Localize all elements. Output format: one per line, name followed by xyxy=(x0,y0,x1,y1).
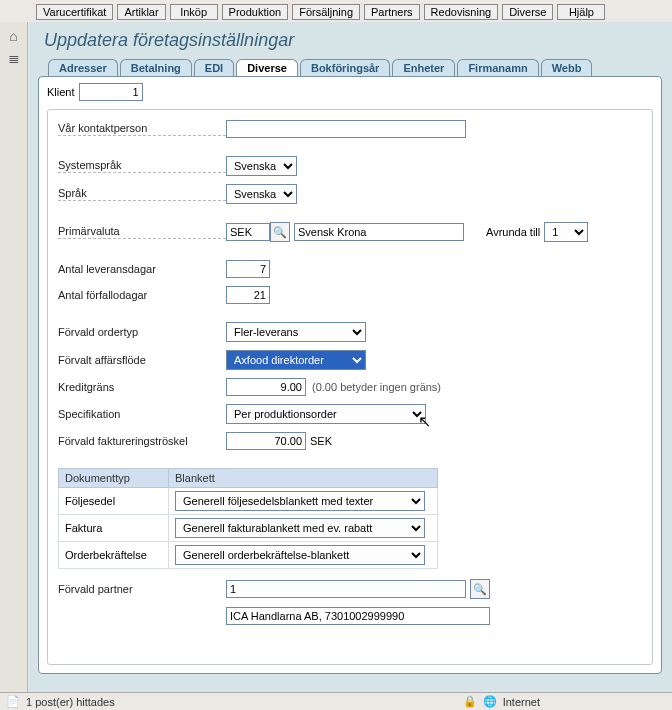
tab-strip: Adresser Betalning EDI Diverse Bokföring… xyxy=(48,59,662,76)
lines-icon[interactable]: ≣ xyxy=(0,50,27,66)
menu-redovisning[interactable]: Redovisning xyxy=(424,4,499,20)
search-partner-icon[interactable]: 🔍 xyxy=(470,579,490,599)
label-bizflow: Förvalt affärsflöde xyxy=(58,354,226,367)
doc-row-faktura: Faktura xyxy=(59,515,169,542)
select-lang[interactable]: Svenska xyxy=(226,184,297,204)
menu-hjalp[interactable]: Hjälp xyxy=(557,4,605,20)
menu-forsaljning[interactable]: Försäljning xyxy=(292,4,360,20)
label-curunit: SEK xyxy=(310,435,332,447)
label-roundto: Avrunda till xyxy=(486,226,540,238)
label-lang: Språk xyxy=(58,187,226,201)
label-creditlimit: Kreditgräns xyxy=(58,381,226,394)
globe-icon: 🌐 xyxy=(483,695,497,708)
page-title: Uppdatera företagsinställningar xyxy=(44,30,662,51)
tab-enheter[interactable]: Enheter xyxy=(392,59,455,76)
table-row: Följesedel Generell följesedelsblankett … xyxy=(59,488,438,515)
home-icon[interactable]: ⌂ xyxy=(0,28,27,44)
table-row: Faktura Generell fakturablankett med ev.… xyxy=(59,515,438,542)
lock-icon: 🔒 xyxy=(463,695,477,708)
klient-input[interactable] xyxy=(79,83,143,101)
menu-produktion[interactable]: Produktion xyxy=(222,4,289,20)
status-zone: Internet xyxy=(503,696,540,708)
tab-panel: Klient Vår kontaktperson Systemspråk Sve… xyxy=(38,76,662,674)
select-systemlang[interactable]: Svenska xyxy=(226,156,297,176)
label-primcur: Primärvaluta xyxy=(58,225,226,239)
form-box: Vår kontaktperson Systemspråk Svenska Sp… xyxy=(47,109,653,665)
label-defpartner: Förvald partner xyxy=(58,583,226,596)
table-row: Orderbekräftelse Generell orderbekräftel… xyxy=(59,542,438,569)
select-specification[interactable]: Per produktionsorder xyxy=(226,404,426,424)
page-body: Uppdatera företagsinställningar Adresser… xyxy=(28,22,672,692)
select-ordertype[interactable]: Fler-leverans xyxy=(226,322,366,342)
menu-partners[interactable]: Partners xyxy=(364,4,420,20)
left-toolbar: ⌂ ≣ xyxy=(0,22,28,692)
input-primcur-code[interactable] xyxy=(226,223,270,241)
menu-diverse[interactable]: Diverse xyxy=(502,4,553,20)
label-systemlang: Systemspråk xyxy=(58,159,226,173)
input-creditlimit[interactable] xyxy=(226,378,306,396)
label-contact: Vår kontaktperson xyxy=(58,122,226,136)
input-deliverydays[interactable] xyxy=(226,260,270,278)
tab-bokforingsar[interactable]: Bokföringsår xyxy=(300,59,390,76)
label-ordertype: Förvald ordertyp xyxy=(58,326,226,339)
top-menu: Varucertifikat Artiklar Inköp Produktion… xyxy=(0,0,672,23)
select-foljesedel[interactable]: Generell följesedelsblankett med texter xyxy=(175,491,425,511)
search-currency-icon[interactable]: 🔍 xyxy=(270,222,290,242)
select-faktura[interactable]: Generell fakturablankett med ev. rabatt xyxy=(175,518,425,538)
select-roundto[interactable]: 1 xyxy=(544,222,588,242)
tab-adresser[interactable]: Adresser xyxy=(48,59,118,76)
document-table: Dokumenttyp Blankett Följesedel Generell… xyxy=(58,468,438,569)
status-bar: 📄 1 post(er) hittades 🔒 🌐 Internet xyxy=(0,692,672,710)
klient-label: Klient xyxy=(47,86,75,98)
input-invthreshold[interactable] xyxy=(226,432,306,450)
input-contact[interactable] xyxy=(226,120,466,138)
input-defpartner-id[interactable] xyxy=(226,580,466,598)
label-specification: Specifikation xyxy=(58,408,226,421)
menu-inkop[interactable]: Inköp xyxy=(170,4,218,20)
spacer xyxy=(58,616,226,617)
tab-edi[interactable]: EDI xyxy=(194,59,234,76)
tab-webb[interactable]: Webb xyxy=(541,59,593,76)
select-orderbekraftelse[interactable]: Generell orderbekräftelse-blankett xyxy=(175,545,425,565)
label-duedays: Antal förfallodagar xyxy=(58,289,226,302)
select-bizflow[interactable]: Axfood direktorder xyxy=(226,350,366,370)
status-left: 1 post(er) hittades xyxy=(26,696,115,708)
doc-row-orderbekraftelse: Orderbekräftelse xyxy=(59,542,169,569)
menu-artiklar[interactable]: Artiklar xyxy=(117,4,165,20)
doc-row-foljesedel: Följesedel xyxy=(59,488,169,515)
menu-varucertifikat[interactable]: Varucertifikat xyxy=(36,4,113,20)
doc-col-type: Dokumenttyp xyxy=(59,469,169,488)
hint-creditlimit: (0.00 betyder ingen gräns) xyxy=(312,381,441,393)
tab-firmanamn[interactable]: Firmanamn xyxy=(457,59,538,76)
input-defpartner-name xyxy=(226,607,490,625)
doc-col-blankett: Blankett xyxy=(169,469,438,488)
tab-betalning[interactable]: Betalning xyxy=(120,59,192,76)
label-deliverydays: Antal leveransdagar xyxy=(58,263,226,276)
label-invthreshold: Förvald faktureringströskel xyxy=(58,435,226,448)
tab-diverse[interactable]: Diverse xyxy=(236,59,298,76)
input-primcur-name xyxy=(294,223,464,241)
input-duedays[interactable] xyxy=(226,286,270,304)
page-icon: 📄 xyxy=(6,695,20,708)
